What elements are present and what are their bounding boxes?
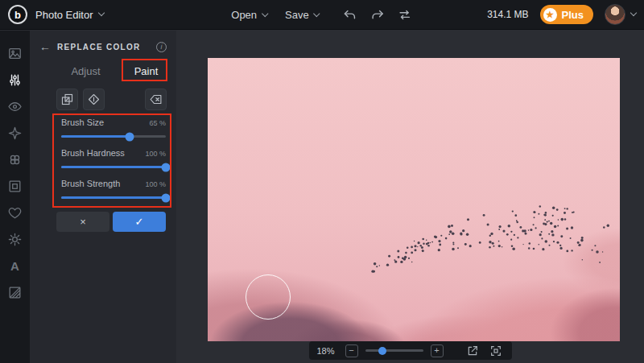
canvas-image[interactable] <box>208 58 620 341</box>
open-menu[interactable]: Open <box>231 9 267 21</box>
rail-item-heart[interactable] <box>0 200 30 226</box>
tool-rail: A <box>0 31 30 363</box>
erase-button[interactable] <box>145 89 167 110</box>
brush-size-slider[interactable] <box>61 135 166 138</box>
rail-item-sparkle[interactable] <box>0 120 30 146</box>
history-controls <box>342 7 413 23</box>
zoom-in-button[interactable]: + <box>431 344 444 357</box>
fit-screen-button[interactable] <box>488 343 504 359</box>
brush-strength-group: Brush Strength 100 % <box>61 179 166 199</box>
zoom-toolbar: 18% − + <box>309 341 512 360</box>
open-label: Open <box>231 9 257 21</box>
new-window-icon <box>466 344 479 357</box>
chevron-down-icon <box>630 10 637 16</box>
rail-item-settings[interactable] <box>0 226 30 253</box>
backspace-erase-icon <box>149 93 163 106</box>
brush-size-group: Brush Size 65 % <box>61 118 166 138</box>
chevron-down-icon <box>97 10 104 16</box>
invert-mask-button[interactable] <box>56 89 78 110</box>
rail-item-frames[interactable] <box>0 173 30 200</box>
heart-icon <box>7 205 23 221</box>
photo-icon <box>7 46 23 61</box>
text-tool-icon: A <box>10 259 19 273</box>
topbar-center-group: Open Save <box>231 0 412 30</box>
plus-label: Plus <box>562 9 584 21</box>
save-label: Save <box>285 9 309 21</box>
brush-cursor <box>246 274 291 320</box>
rail-item-text[interactable]: A <box>0 253 30 279</box>
brush-hardness-knob[interactable] <box>162 163 171 171</box>
undo-icon <box>343 8 357 22</box>
zoom-level: 18% <box>317 346 338 356</box>
app-menu[interactable]: Photo Editor <box>35 9 104 21</box>
open-in-new-window-button[interactable] <box>464 343 481 359</box>
undo-button[interactable] <box>342 7 358 23</box>
brush-sliders: Brush Size 65 % Brush Hardness 100 % Bru… <box>61 118 166 209</box>
chevron-down-icon <box>313 10 320 16</box>
confirm-button[interactable]: ✓ <box>113 212 166 232</box>
cancel-button[interactable]: × <box>56 212 109 232</box>
overlay-icon <box>7 285 23 300</box>
brush-size-label: Brush Size <box>61 118 104 127</box>
paint-tool-buttons <box>56 89 167 110</box>
fill-diamond-icon <box>87 93 101 106</box>
brush-size-value: 65 % <box>149 119 166 127</box>
memory-usage: 314.1 MB <box>487 9 528 20</box>
rail-item-adjust[interactable] <box>0 67 30 93</box>
brush-hardness-label: Brush Hardness <box>61 148 125 158</box>
brush-strength-label: Brush Strength <box>61 179 120 188</box>
zoom-knob[interactable] <box>378 347 386 355</box>
app-menu-label: Photo Editor <box>35 9 93 21</box>
topbar-right-group: 314.1 MB ★ Plus <box>487 4 636 25</box>
avatar <box>605 4 625 25</box>
panel-header: ← REPLACE COLOR i <box>38 39 167 55</box>
zoom-out-button[interactable]: − <box>345 344 358 357</box>
info-icon[interactable]: i <box>156 42 167 52</box>
tab-paint[interactable]: Paint <box>116 62 176 81</box>
canvas-area: 18% − + <box>176 31 644 363</box>
clover-effects-icon <box>7 152 23 167</box>
compare-icon <box>398 8 411 22</box>
brush-size-knob[interactable] <box>125 132 134 141</box>
zoom-slider[interactable] <box>365 349 423 352</box>
logo-letter: b <box>14 9 21 21</box>
app-logo[interactable]: b <box>8 5 27 24</box>
rail-item-overlay[interactable] <box>0 279 30 306</box>
star-badge-icon: ★ <box>543 8 557 22</box>
save-menu[interactable]: Save <box>285 9 320 21</box>
brush-strength-slider[interactable] <box>61 196 166 199</box>
fullscreen-fit-icon <box>489 344 502 357</box>
brush-strength-value: 100 % <box>145 180 166 188</box>
rail-item-eye[interactable] <box>0 93 30 120</box>
chevron-down-icon <box>262 10 268 16</box>
plus-upgrade-button[interactable]: ★ Plus <box>540 5 593 24</box>
redo-icon <box>370 8 384 22</box>
adjust-sliders-icon <box>7 72 23 88</box>
rail-item-effects[interactable] <box>0 146 30 173</box>
eye-icon <box>7 99 23 114</box>
fill-button[interactable] <box>83 89 105 110</box>
gear-icon <box>7 232 23 247</box>
panel-actions: × ✓ <box>56 212 166 232</box>
rail-item-photo[interactable] <box>0 40 30 67</box>
replace-color-panel: ← REPLACE COLOR i Adjust Paint Brush Siz… <box>30 31 176 363</box>
compare-button[interactable] <box>397 7 413 23</box>
brush-hardness-group: Brush Hardness 100 % <box>61 148 166 168</box>
tab-adjust[interactable]: Adjust <box>56 62 116 81</box>
redo-button[interactable] <box>369 7 386 23</box>
sparkle-star-icon <box>7 126 23 141</box>
top-bar: b Photo Editor Open Save 314.1 MB <box>0 0 644 30</box>
frame-icon <box>7 179 23 194</box>
back-button[interactable]: ← <box>38 40 52 53</box>
brush-hardness-value: 100 % <box>145 150 166 158</box>
invert-mask-icon <box>60 93 74 106</box>
panel-title: REPLACE COLOR <box>57 43 156 52</box>
brush-hardness-slider[interactable] <box>61 166 166 168</box>
panel-tabs: Adjust Paint <box>56 62 176 81</box>
brush-strength-knob[interactable] <box>162 193 171 202</box>
account-menu[interactable] <box>605 4 636 25</box>
